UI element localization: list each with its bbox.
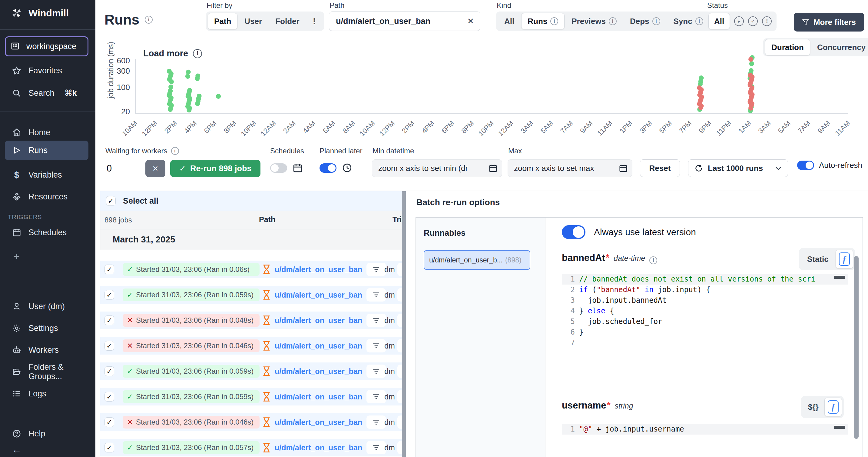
sidebar-item-variables[interactable]: $ Variables <box>0 167 95 182</box>
filter-by-folder[interactable]: Folder <box>269 13 306 29</box>
job-filter-button[interactable] <box>367 314 386 327</box>
runnable-item[interactable]: u/dm/alert_on_user_b... (898) <box>424 250 530 270</box>
max-datetime-value: zoom x axis to set max <box>514 164 619 173</box>
workspace-switcher[interactable]: workingspace <box>5 36 88 56</box>
cancel-selection-button[interactable]: ✕ <box>145 160 165 177</box>
filter-bars-icon <box>372 342 380 349</box>
job-filter-button[interactable] <box>367 263 386 276</box>
sidebar-item-folders[interactable]: Folders & Groups... <box>0 364 95 379</box>
job-filter-button[interactable] <box>367 441 386 454</box>
workspace-icon <box>10 41 20 51</box>
filter-by-path[interactable]: Path <box>208 13 238 29</box>
more-filters-button[interactable]: More filters <box>794 13 864 31</box>
waiting-info-icon: i <box>171 147 179 155</box>
job-checkbox[interactable]: ✓ <box>104 366 114 376</box>
status-running-icon[interactable]: ▸ <box>734 17 744 26</box>
sidebar-item-workers[interactable]: Workers <box>0 342 95 358</box>
runs-info-icon[interactable]: i <box>145 16 153 24</box>
status-all[interactable]: All <box>708 13 730 29</box>
job-path-link[interactable]: u/dm/alert_on_user_ban <box>275 393 362 401</box>
sidebar-item-user[interactable]: User (dm) <box>0 299 95 314</box>
sidebar-item-settings[interactable]: Settings <box>0 321 95 336</box>
sidebar-item-resources[interactable]: Resources <box>0 189 95 204</box>
mode-javascript[interactable]: f <box>836 250 853 268</box>
chevron-down-icon[interactable] <box>774 164 782 172</box>
sidebar-item-runs[interactable] <box>5 141 88 160</box>
filter-by-more-kebab-icon[interactable]: ⋮ <box>307 13 322 29</box>
job-path-link[interactable]: u/dm/alert_on_user_ban <box>275 265 362 274</box>
panel-scrollbar-thumb[interactable] <box>854 256 859 439</box>
job-path-link[interactable]: u/dm/alert_on_user_ban <box>275 444 362 452</box>
clear-path-icon[interactable]: ✕ <box>467 17 474 26</box>
kind-sync[interactable]: Synci <box>667 13 710 29</box>
job-row[interactable]: ✓ ✓ Started 31/03, 23:06 (Ran in 0.059s)… <box>100 363 402 380</box>
job-checkbox[interactable]: ✓ <box>104 264 114 274</box>
job-row[interactable]: ✓ ✕ Started 31/03, 23:06 (Ran in 0.046s)… <box>100 337 402 354</box>
job-checkbox[interactable]: ✓ <box>104 392 114 402</box>
mode-static[interactable]: Static <box>801 250 835 268</box>
max-datetime-input[interactable]: zoom x axis to set max <box>507 160 632 177</box>
job-checkbox[interactable]: ✓ <box>104 417 114 427</box>
min-datetime-input[interactable]: zoom x axis to set min (dr <box>372 160 502 177</box>
sidebar-item-favorites[interactable]: Favorites <box>0 63 95 78</box>
kind-runs[interactable]: Runsi <box>521 13 564 29</box>
job-filter-button[interactable] <box>367 416 386 429</box>
status-failure-icon[interactable]: ! <box>762 17 772 26</box>
rerun-jobs-button[interactable]: ✓ Re-run 898 jobs <box>170 160 260 177</box>
select-all-checkbox[interactable]: ✓ <box>106 196 116 206</box>
sidebar-item-help[interactable]: Help <box>0 426 95 441</box>
job-triggered-by: dm <box>384 367 395 376</box>
job-row[interactable]: ✓ ✓ Started 31/03, 23:06 (Ran in 0.059s)… <box>100 286 402 304</box>
add-trigger-button[interactable]: + <box>0 249 95 264</box>
last-runs-split-button[interactable]: Last 1000 runs <box>688 160 788 177</box>
job-row[interactable]: ✓ ✓ Started 31/03, 23:06 (Ran in 0.06s) … <box>100 261 402 278</box>
max-calendar-icon[interactable] <box>619 164 628 173</box>
job-checkbox[interactable]: ✓ <box>104 315 114 325</box>
bannedat-code-editor[interactable]: 1// bannedAt does not exist on all versi… <box>562 274 848 350</box>
auto-refresh-toggle[interactable] <box>797 161 814 170</box>
job-path-link[interactable]: u/dm/alert_on_user_ban <box>275 316 362 325</box>
sidebar-item-logs[interactable]: Logs <box>0 386 95 401</box>
job-checkbox[interactable]: ✓ <box>104 341 114 351</box>
mode-template[interactable]: ${} <box>803 398 824 417</box>
job-checkbox[interactable]: ✓ <box>104 443 114 453</box>
status-success-icon[interactable]: ✓ <box>748 17 758 26</box>
panel-resize-divider[interactable] <box>402 191 406 457</box>
latest-version-toggle[interactable] <box>562 225 585 239</box>
job-row[interactable]: ✓ ✓ Started 31/03, 23:06 (Ran in 0.059s)… <box>100 388 402 405</box>
sidebar-item-home[interactable]: Home <box>0 125 95 140</box>
username-code-editor[interactable]: 1"@" + job.input.username <box>562 424 848 441</box>
job-path-link[interactable]: u/dm/alert_on_user_ban <box>275 342 362 350</box>
collapse-sidebar-button[interactable]: ← <box>0 442 95 457</box>
kind-deps[interactable]: Depsi <box>624 13 666 29</box>
planned-later-toggle[interactable] <box>319 163 337 173</box>
job-filter-button[interactable] <box>367 390 386 403</box>
min-calendar-icon[interactable] <box>489 164 498 173</box>
app-logo[interactable]: Windmill <box>0 5 95 21</box>
job-path-link[interactable]: u/dm/alert_on_user_ban <box>275 367 362 376</box>
funnel-icon <box>802 19 809 26</box>
sidebar-item-schedules[interactable]: Schedules <box>0 225 95 240</box>
job-started-text: Started 31/03, 23:06 (Ran in 0.048s) <box>136 316 253 324</box>
sidebar-item-search[interactable]: Search ⌘k <box>0 85 95 101</box>
waiting-for-workers-label: Waiting for workers <box>105 147 167 155</box>
job-path-link[interactable]: u/dm/alert_on_user_ban <box>275 291 362 299</box>
job-row[interactable]: ✓ ✕ Started 31/03, 23:06 (Ran in 0.046s)… <box>100 413 402 431</box>
reset-button[interactable]: Reset <box>640 160 680 177</box>
mode-javascript[interactable]: f <box>825 398 842 417</box>
kind-all[interactable]: All <box>498 13 521 29</box>
path-filter-input[interactable]: u/dm/alert_on_user_ban ✕ <box>329 11 480 31</box>
job-path-link[interactable]: u/dm/alert_on_user_ban <box>275 418 362 427</box>
job-row[interactable]: ✓ ✓ Started 31/03, 23:06 (Ran in 0.057s)… <box>100 439 402 456</box>
job-checkbox[interactable]: ✓ <box>104 290 114 300</box>
schedules-toggle[interactable] <box>270 163 287 173</box>
required-asterisk: * <box>606 252 609 263</box>
job-filter-button[interactable] <box>367 365 386 378</box>
runs-duration-chart[interactable]: job duration (ms)6003001002010AM12PM2PM4… <box>103 42 854 147</box>
job-filter-button[interactable] <box>367 339 386 352</box>
job-filter-button[interactable] <box>367 288 386 302</box>
kind-previews[interactable]: Previewsi <box>565 13 623 29</box>
job-row[interactable]: ✓ ✕ Started 31/03, 23:06 (Ran in 0.048s)… <box>100 312 402 329</box>
filter-by-user[interactable]: User <box>238 13 268 29</box>
date-header: March 31, 2025 <box>113 234 175 245</box>
